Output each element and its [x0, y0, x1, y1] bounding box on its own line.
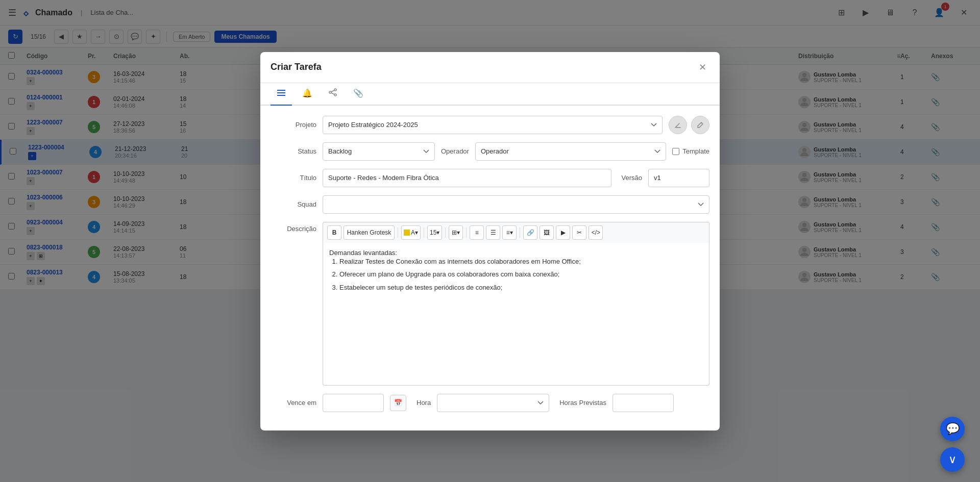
desc-list: Realizar Testes de Conexão com as intern…	[329, 257, 703, 293]
text-color-button[interactable]: A ▾	[401, 225, 421, 240]
tab-list[interactable]	[271, 83, 292, 106]
operator-select[interactable]: Operador	[475, 142, 666, 161]
svg-point-14	[334, 94, 336, 96]
link-button[interactable]: 🔗	[523, 225, 537, 240]
fab-chevron-button[interactable]: ∨	[940, 447, 965, 472]
tab-attach[interactable]: 📎	[347, 83, 370, 106]
project-row: Projeto Projeto Estratégico 2024-2025	[271, 116, 709, 134]
svg-point-13	[329, 91, 331, 93]
source-button[interactable]: ✂	[572, 225, 586, 240]
tab-share[interactable]	[323, 83, 343, 106]
fab-chat-button[interactable]: 💬	[940, 417, 965, 441]
editor-container: B Hanken Grotesk A ▾	[323, 222, 709, 386]
status-row: Status Backlog Operador Operador Templat…	[271, 142, 709, 161]
tab-bell[interactable]: 🔔	[296, 83, 318, 106]
vence-input[interactable]	[323, 394, 384, 412]
versao-input[interactable]	[648, 169, 709, 187]
color-indicator	[404, 230, 410, 236]
template-label: Template	[682, 147, 709, 155]
ordered-list-button[interactable]: ≡	[470, 225, 484, 240]
desc-line1: Demandas levantadas:	[329, 249, 703, 257]
pencil-icon	[697, 121, 704, 129]
squad-select[interactable]	[323, 195, 709, 214]
editor-toolbar: B Hanken Grotesk A ▾	[323, 222, 709, 243]
editor-divider-2	[424, 227, 424, 238]
align-button[interactable]: ≡▾	[502, 225, 517, 240]
horas-prev-input[interactable]	[612, 394, 674, 412]
calendar-button[interactable]: 📅	[390, 395, 406, 411]
svg-line-15	[331, 90, 334, 92]
modal-title: Criar Tarefa	[271, 62, 322, 72]
svg-rect-9	[277, 90, 285, 91]
squad-row: Squad	[271, 195, 709, 214]
editor-divider-5	[520, 227, 520, 238]
share-icon	[329, 88, 337, 96]
squad-label: Squad	[271, 200, 316, 208]
desc-item-2: Oferecer um plano de Upgrade para os col…	[339, 269, 703, 280]
versao-label: Versão	[622, 174, 642, 182]
app-container: ☰ ⬦ Chamado | Lista de Cha... ⊞ ▶ 🖥 ? 👤 …	[0, 0, 980, 482]
chat-icon: 💬	[946, 422, 960, 436]
bold-button[interactable]: B	[327, 225, 341, 240]
status-select[interactable]: Backlog	[323, 142, 435, 161]
operator-label: Operador	[441, 147, 469, 155]
image-button[interactable]: 🖼	[540, 225, 554, 240]
svg-line-16	[331, 93, 334, 94]
unordered-list-button[interactable]: ☰	[486, 225, 500, 240]
desc-item-1: Realizar Testes de Conexão com as intern…	[339, 257, 703, 267]
editor-content[interactable]: Demandas levantadas: Realizar Testes de …	[323, 243, 709, 386]
horas-prev-label: Horas Previstas	[559, 399, 606, 407]
svg-rect-11	[277, 95, 285, 96]
color-label: A	[411, 229, 415, 236]
project-action-btns	[669, 116, 709, 134]
project-clear-button[interactable]	[669, 116, 687, 134]
project-edit-button[interactable]	[691, 116, 709, 134]
template-check: Template	[672, 147, 709, 155]
modal-header: Criar Tarefa ✕	[260, 52, 720, 83]
titulo-row: Título Versão	[271, 169, 709, 187]
editor-divider-1	[398, 227, 398, 238]
descricao-label: Descrição	[271, 222, 316, 233]
font-size-button[interactable]: 15▾	[427, 225, 442, 240]
modal-close-button[interactable]: ✕	[695, 60, 709, 74]
hora-select[interactable]	[437, 394, 549, 412]
desc-item-3: Estabelecer um setup de testes periódico…	[339, 283, 703, 293]
modal-body: Projeto Projeto Estratégico 2024-2025	[260, 106, 720, 430]
descricao-row: Descrição B Hanken Grotesk A	[271, 222, 709, 386]
modal-overlay[interactable]: Criar Tarefa ✕ 🔔	[0, 0, 980, 482]
svg-point-12	[334, 89, 336, 91]
editor-divider-4	[466, 227, 467, 238]
video-button[interactable]: ▶	[556, 225, 570, 240]
project-label: Projeto	[271, 121, 316, 129]
vence-row: Vence em 📅 Hora Horas Previstas	[271, 394, 709, 412]
eraser-icon	[674, 121, 681, 129]
code-button[interactable]: </>	[589, 225, 603, 240]
vence-label: Vence em	[271, 399, 316, 407]
table-button[interactable]: ⊞▾	[449, 225, 463, 240]
template-checkbox[interactable]	[672, 148, 679, 155]
status-label: Status	[271, 147, 316, 155]
titulo-input[interactable]	[323, 169, 611, 187]
project-select[interactable]: Projeto Estratégico 2024-2025	[323, 116, 663, 134]
svg-rect-10	[277, 92, 285, 93]
editor-divider-3	[445, 227, 446, 238]
list-icon	[277, 88, 286, 97]
chevron-down-icon: ∨	[948, 453, 957, 466]
titulo-label: Título	[271, 174, 316, 182]
color-dropdown-arrow: ▾	[415, 229, 418, 236]
font-selector[interactable]: Hanken Grotesk	[344, 225, 395, 240]
criar-tarefa-modal: Criar Tarefa ✕ 🔔	[260, 52, 720, 430]
hora-label: Hora	[416, 399, 431, 407]
modal-tabs: 🔔 📎	[260, 83, 720, 106]
